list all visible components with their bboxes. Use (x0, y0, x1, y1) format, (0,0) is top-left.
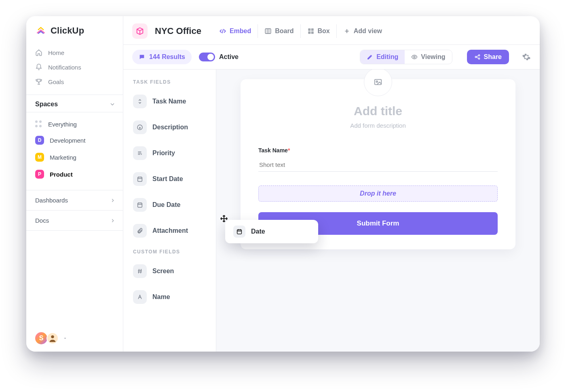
space-label: Development (50, 137, 85, 144)
field-attachment[interactable]: Attachment (131, 220, 210, 242)
share-label: Share (484, 53, 502, 61)
field-label: Screen (152, 268, 174, 275)
chevron-right-icon (110, 198, 116, 203)
svg-rect-4 (308, 32, 310, 34)
space-badge: D (35, 136, 44, 145)
field-task-name[interactable]: Task Name (131, 91, 210, 112)
brand-row: ClickUp (26, 16, 123, 44)
trophy-icon (35, 78, 42, 85)
app-window: ClickUp Home Notifications Goals Spaces (26, 16, 540, 352)
svg-rect-3 (311, 28, 313, 31)
field-label: Due Date (152, 201, 180, 209)
sidebar-item-everything[interactable]: Everything (26, 116, 123, 132)
user-avatar-photo[interactable] (46, 332, 59, 344)
space-icon-chip (132, 23, 148, 39)
form-title-placeholder[interactable]: Add title (258, 104, 498, 118)
embed-icon (219, 27, 226, 35)
space-label: Marketing (50, 154, 76, 161)
view-label: Embed (230, 27, 251, 35)
sidebar-item-marketing[interactable]: M Marketing (26, 149, 123, 166)
svg-point-6 (414, 56, 415, 58)
nav-label: Home (48, 49, 64, 56)
view-board[interactable]: Board (258, 24, 300, 38)
field-priority[interactable]: Priority (131, 142, 210, 164)
field-label: Attachment (152, 227, 188, 234)
fields-panel: TASK FIELDS Task Name Description Priori… (123, 70, 216, 352)
box-icon (307, 27, 315, 35)
view-label: Box (318, 27, 330, 35)
nav-notifications[interactable]: Notifications (26, 60, 123, 74)
paperclip-icon (133, 224, 147, 238)
nav-goals[interactable]: Goals (26, 74, 123, 89)
settings-button[interactable] (522, 53, 531, 61)
form-field-label: Task Name* (258, 147, 290, 154)
form-canvas: Add title Add form description Task Name… (216, 70, 540, 352)
sidebar-docs[interactable]: Docs (26, 210, 123, 231)
task-fields-heading: TASK FIELDS (133, 79, 208, 85)
svg-rect-15 (237, 230, 242, 234)
add-view[interactable]: Add view (336, 24, 389, 38)
share-button[interactable]: Share (467, 50, 509, 64)
custom-fields-heading: CUSTOM FIELDS (133, 249, 208, 255)
brand-name: ClickUp (51, 25, 84, 36)
field-name[interactable]: Name (131, 286, 210, 308)
form-description-placeholder[interactable]: Add form description (258, 122, 498, 129)
task-name-input[interactable] (258, 158, 498, 172)
drop-zone[interactable]: Drop it here (258, 185, 498, 202)
chevron-down-icon (109, 101, 116, 107)
primary-nav: Home Notifications Goals (26, 44, 123, 95)
active-toggle[interactable]: Active (199, 53, 239, 61)
chat-icon (139, 54, 145, 60)
home-icon (35, 49, 42, 56)
everything-icon (35, 120, 42, 128)
share-icon (474, 54, 481, 60)
dragging-field-chip[interactable]: Date (225, 220, 318, 243)
sidebar-dashboards[interactable]: Dashboards (26, 190, 123, 210)
view-embed[interactable]: Embed (213, 24, 258, 38)
chevron-right-icon (110, 218, 116, 223)
sidebar-item-development[interactable]: D Development (26, 132, 123, 149)
field-due-date[interactable]: Due Date (131, 194, 210, 216)
caret-down-icon[interactable] (63, 336, 68, 341)
results-pill[interactable]: 144 Results (132, 50, 192, 64)
space-title: NYC Office (155, 26, 201, 36)
calendar-icon (133, 198, 147, 212)
space-label: Everything (48, 121, 77, 128)
results-label: 144 Results (149, 53, 185, 61)
mode-label: Viewing (421, 53, 445, 61)
field-description[interactable]: Description (131, 116, 210, 138)
field-label: Description (152, 124, 188, 131)
docs-label: Docs (35, 217, 49, 224)
views-bar: Embed Board Box Add view (213, 24, 389, 38)
form-image-button[interactable] (364, 70, 392, 96)
space-badge: P (35, 170, 44, 179)
user-avatar-initial[interactable]: S (35, 332, 47, 344)
view-label: Add view (354, 27, 382, 35)
nav-home[interactable]: Home (26, 45, 123, 60)
svg-point-14 (376, 81, 378, 82)
required-asterisk: * (288, 147, 290, 154)
field-screen[interactable]: Screen (131, 260, 210, 282)
priority-icon (133, 146, 147, 160)
mode-segment: Editing Viewing (360, 50, 452, 64)
field-start-date[interactable]: Start Date (131, 168, 210, 190)
toolbar: 144 Results Active Editing Viewing S (123, 45, 540, 70)
sidebar-item-product[interactable]: P Product (26, 166, 123, 183)
eye-icon (411, 54, 418, 60)
svg-rect-5 (311, 32, 313, 34)
mode-editing[interactable]: Editing (360, 50, 405, 64)
form-field-task-name: Task Name* (258, 147, 498, 172)
bell-icon (35, 63, 42, 71)
dashboards-label: Dashboards (35, 197, 68, 204)
updown-icon (133, 95, 147, 108)
space-badge: M (35, 153, 44, 162)
main-area: NYC Office Embed Board Box Add view (123, 16, 540, 352)
field-label: Start Date (152, 175, 183, 183)
view-box[interactable]: Box (300, 24, 336, 38)
spaces-header[interactable]: Spaces (26, 95, 123, 112)
svg-rect-12 (138, 203, 142, 207)
spaces-list: Everything D Development M Marketing P P… (26, 112, 123, 190)
mode-label: Editing (376, 53, 398, 61)
mode-viewing[interactable]: Viewing (405, 50, 452, 64)
field-label: Name (152, 293, 170, 301)
